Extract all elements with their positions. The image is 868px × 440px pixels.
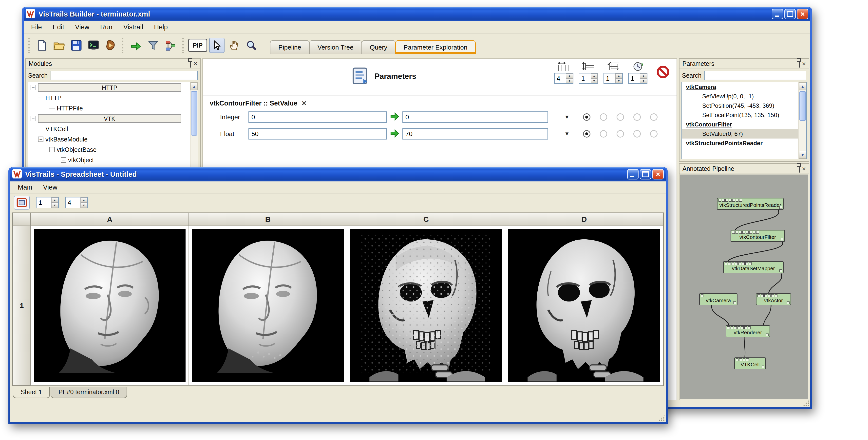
open-vistrail-icon[interactable]	[51, 38, 67, 53]
execute-icon[interactable]	[103, 38, 118, 53]
close-button[interactable]: ×	[797, 9, 808, 19]
close-button[interactable]: ×	[652, 169, 664, 179]
tree-item-vtkstructuredpointsreader[interactable]: vtkStructuredPointsReader	[682, 139, 798, 148]
spin-up-icon[interactable]: ▲	[615, 73, 622, 78]
tree-item-httpfile[interactable]: HTTPFile	[28, 103, 189, 113]
spreadsheet-resize-grip[interactable]	[658, 415, 665, 421]
pipeline-module-vtkcell[interactable]: VTKCell	[734, 358, 766, 369]
radio-dim-4[interactable]	[633, 130, 641, 138]
radio-dim-5[interactable]	[650, 113, 657, 121]
spin-down-icon[interactable]: ▼	[81, 203, 87, 208]
console-icon[interactable]	[86, 38, 101, 53]
spin-up-icon[interactable]: ▲	[81, 198, 87, 203]
scroll-up-icon[interactable]: ▲	[190, 82, 198, 90]
clear-exploration-icon[interactable]	[656, 65, 670, 80]
dock-close-button[interactable]: ×	[194, 60, 197, 67]
pipeline-module-contour[interactable]: vtkContourFilter	[731, 230, 785, 242]
builder-resize-grip[interactable]	[803, 400, 809, 406]
tree-group-vtk[interactable]: − VTK	[28, 113, 189, 124]
spin-up-icon[interactable]: ▲	[51, 198, 58, 203]
radio-dim-3[interactable]	[617, 130, 624, 138]
tab-sheet-1[interactable]: Sheet 1	[13, 387, 50, 398]
dock-float-button[interactable]	[799, 165, 800, 172]
float-to-input[interactable]	[402, 128, 548, 139]
collapse-icon[interactable]: −	[31, 85, 36, 90]
menu-vistrail[interactable]: Vistrail	[118, 22, 149, 33]
toolbar-handle[interactable]	[28, 38, 30, 53]
sheet-cols-spinner[interactable]	[66, 198, 81, 208]
tree-item-vtkcell[interactable]: VTKCell	[28, 124, 189, 134]
radio-dim-4[interactable]	[633, 113, 641, 121]
menu-file[interactable]: File	[26, 22, 48, 33]
save-vistrail-icon[interactable]	[69, 38, 84, 53]
spin-up-icon[interactable]: ▲	[566, 73, 573, 78]
interact-mode-icon[interactable]	[14, 196, 30, 209]
tree-item-setposition[interactable]: SetPosition(745, -453, 369)	[682, 101, 798, 110]
pip-button[interactable]: PIP	[188, 39, 207, 52]
interpolator-dropdown-icon[interactable]: ▼	[564, 114, 570, 120]
tree-item-vtkobject[interactable]: − vtkObject	[28, 155, 189, 165]
toolbar-handle[interactable]	[122, 38, 124, 53]
radio-dim-3[interactable]	[617, 113, 624, 121]
select-cursor-tool[interactable]	[209, 38, 224, 53]
tree-item-setvalue[interactable]: SetValue(0, 67)	[682, 129, 798, 139]
dock-float-button[interactable]	[190, 60, 191, 67]
tab-pe0-terminator[interactable]: PE#0 terminator.xml 0	[51, 387, 127, 398]
spin-down-icon[interactable]: ▼	[591, 78, 597, 83]
query-funnel-icon[interactable]	[146, 38, 161, 53]
maximize-button[interactable]	[784, 9, 796, 19]
dim-time-value[interactable]	[629, 73, 640, 83]
module-arrow-icon[interactable]	[128, 38, 144, 53]
parameters-scrollbar[interactable]: ▲ ▼	[799, 82, 806, 159]
tab-parameter-exploration[interactable]: Parameter Exploration	[395, 40, 476, 54]
tree-item-http[interactable]: HTTP	[28, 93, 189, 103]
cell-d1[interactable]	[505, 226, 663, 385]
parameters-search-input[interactable]	[705, 71, 806, 80]
radio-dim-1[interactable]	[583, 113, 590, 121]
tab-pipeline[interactable]: Pipeline	[270, 40, 310, 54]
column-header-c[interactable]: C	[347, 213, 505, 226]
row-header-1[interactable]: 1	[13, 226, 31, 385]
cell-c1[interactable]	[347, 226, 505, 385]
pipeline-module-renderer[interactable]: vtkRenderer	[726, 326, 770, 337]
scroll-thumb[interactable]	[191, 91, 197, 136]
pipeline-module-camera[interactable]: vtkCamera	[699, 293, 738, 305]
dim-sheets-value[interactable]	[604, 73, 615, 83]
pipeline-canvas[interactable]: vtkStructuredPointsReader vtkContourFilt…	[680, 174, 808, 399]
new-vistrail-icon[interactable]	[34, 38, 49, 53]
toolbar-handle[interactable]	[182, 38, 184, 53]
dock-close-button[interactable]: ×	[802, 60, 806, 67]
scroll-down-icon[interactable]: ▼	[799, 151, 806, 159]
minimize-button[interactable]	[772, 9, 783, 19]
group-header-vtk[interactable]: VTK	[38, 114, 181, 123]
grid-corner[interactable]	[13, 213, 31, 226]
scroll-thumb[interactable]	[799, 91, 806, 121]
menu-main[interactable]: Main	[12, 182, 38, 193]
pipeline-module-actor[interactable]: vtkActor	[756, 293, 791, 305]
radio-dim-5[interactable]	[650, 130, 657, 138]
dock-close-button[interactable]: ×	[802, 165, 806, 172]
pipeline-module-reader[interactable]: vtkStructuredPointsReader	[717, 198, 784, 210]
tab-version-tree[interactable]: Version Tree	[309, 40, 362, 54]
tab-query[interactable]: Query	[362, 40, 396, 54]
maximize-button[interactable]	[640, 169, 651, 179]
spin-down-icon[interactable]: ▼	[640, 78, 647, 83]
tree-item-vtkcontourfilter[interactable]: vtkContourFilter	[682, 120, 798, 129]
pipeline-graph-icon[interactable]	[163, 38, 178, 53]
menu-edit[interactable]: Edit	[48, 22, 70, 33]
cell-b1[interactable]	[189, 226, 347, 385]
zoom-magnifier-tool[interactable]	[244, 38, 259, 53]
group-header-http[interactable]: HTTP	[38, 83, 181, 92]
minimize-button[interactable]	[627, 169, 639, 179]
menu-view[interactable]: View	[69, 22, 95, 33]
radio-dim-2[interactable]	[600, 130, 607, 138]
dim-columns-value[interactable]	[555, 73, 566, 83]
pan-hand-tool[interactable]	[226, 38, 242, 53]
collapse-icon[interactable]: −	[38, 137, 43, 142]
spin-down-icon[interactable]: ▼	[51, 203, 58, 208]
interpolator-dropdown-icon[interactable]: ▼	[564, 131, 570, 137]
column-header-d[interactable]: D	[505, 213, 663, 226]
spin-up-icon[interactable]: ▲	[640, 73, 647, 78]
collapse-icon[interactable]: −	[31, 116, 36, 121]
tree-group-http[interactable]: − HTTP	[28, 82, 189, 93]
